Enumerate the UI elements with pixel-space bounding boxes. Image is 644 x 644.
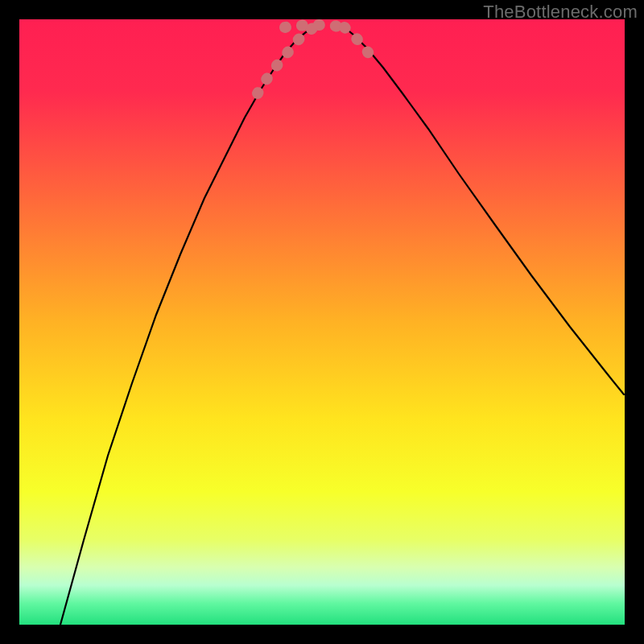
curve-right [345,27,624,394]
highlight-bottom-flat [285,25,345,27]
curve-layer [19,19,625,625]
plot-area [19,19,625,625]
outer-frame: TheBottleneck.com [0,0,644,644]
highlight-left-drop [258,27,314,93]
watermark-text: TheBottleneck.com [483,2,638,23]
curve-left [60,27,314,625]
highlight-right-rise [345,27,377,64]
